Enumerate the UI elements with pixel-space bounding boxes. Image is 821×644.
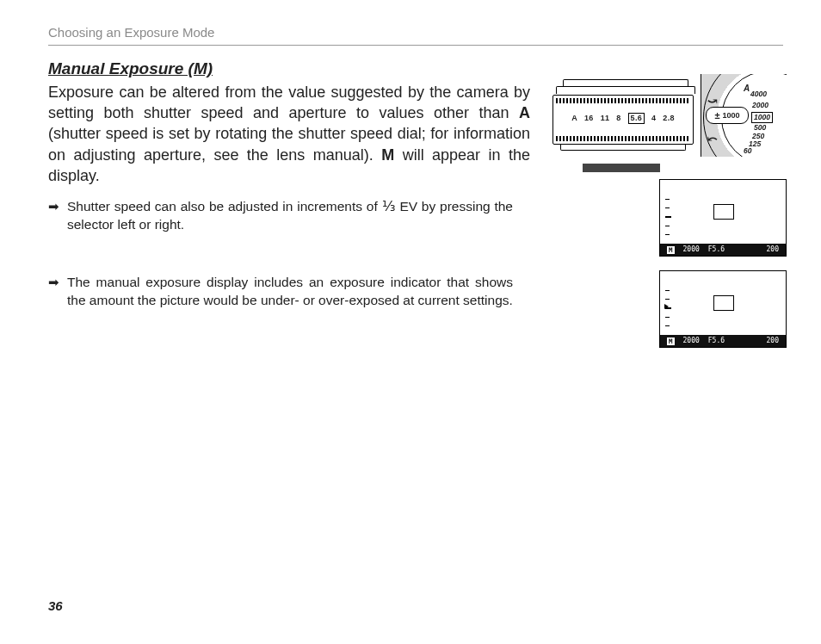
plus-minus-icon: ± (714, 109, 719, 122)
aperture-value: 4 (651, 113, 656, 124)
arrow-bullet-icon: ➡ (48, 274, 60, 310)
bullet-text: Shutter speed can also be adjusted in in… (67, 198, 513, 234)
evf-iso: 200 (767, 337, 779, 346)
dial-value: 60 (744, 146, 751, 156)
body-paragraph: Exposure can be altered from the value s… (48, 82, 530, 186)
exposure-pointer-icon (664, 304, 669, 309)
aperture-value: 16 (584, 113, 594, 124)
bold-m: M (381, 146, 394, 164)
aperture-value: A (571, 113, 577, 124)
manual-page: Choosing an Exposure Mode Manual Exposur… (0, 0, 821, 644)
lens-diagram: A 16 11 8 5.6 4 2.8 (552, 76, 699, 155)
bullet-list: ➡ Shutter speed can also be adjusted in … (48, 198, 513, 310)
dial-badge-value: 1000 (723, 110, 740, 121)
exposure-indicator-icon (665, 290, 670, 326)
evf-display-1: M 2000 F5.6 200 (659, 179, 787, 257)
aperture-value: 11 (601, 113, 610, 124)
running-head: Choosing an Exposure Mode (48, 24, 783, 46)
dial-value-selected: 1000 (751, 112, 773, 123)
focus-frame-icon (713, 295, 734, 311)
bold-a: A (519, 104, 530, 121)
page-number: 36 (48, 598, 63, 615)
evf-iso: 200 (767, 245, 779, 255)
dial-value: 2000 (752, 101, 769, 110)
evf-info-bar: M 2000 F5.6 200 (660, 244, 786, 256)
exposure-indicator-icon (665, 199, 670, 235)
arrow-bullet-icon: ➡ (48, 198, 60, 234)
dial-value: A (744, 83, 750, 95)
evf-aperture: F5.6 (708, 337, 725, 346)
aperture-value: 2.8 (663, 113, 674, 124)
dial-selected-badge: ± 1000 (706, 107, 749, 124)
list-item: ➡ The manual exposure display includes a… (48, 274, 513, 310)
focus-frame-icon (713, 204, 734, 220)
evf-info-bar: M 2000 F5.6 200 (660, 335, 786, 347)
mode-badge: M (667, 337, 675, 345)
evf-display-2: M 2000 F5.6 200 (659, 270, 787, 348)
evf-aperture: F5.6 (708, 245, 725, 255)
body-seg: Exposure can be altered from the value s… (48, 84, 530, 121)
mode-badge: M (667, 246, 675, 254)
aperture-value-selected: 5.6 (628, 113, 645, 124)
shutter-dial-diagram: A 4000 2000 1000 500 250 125 60 ⤻ ⤺ ± 10… (701, 74, 787, 157)
bullet-text: The manual exposure display includes an … (67, 274, 513, 310)
evf-shutter: 2000 (683, 337, 700, 346)
dial-value: 4000 (750, 90, 767, 99)
aperture-value: 8 (616, 113, 620, 124)
list-item: ➡ Shutter speed can also be adjusted in … (48, 198, 513, 234)
aperture-scale: A 16 11 8 5.6 4 2.8 (553, 113, 693, 124)
evf-shutter: 2000 (683, 245, 700, 255)
